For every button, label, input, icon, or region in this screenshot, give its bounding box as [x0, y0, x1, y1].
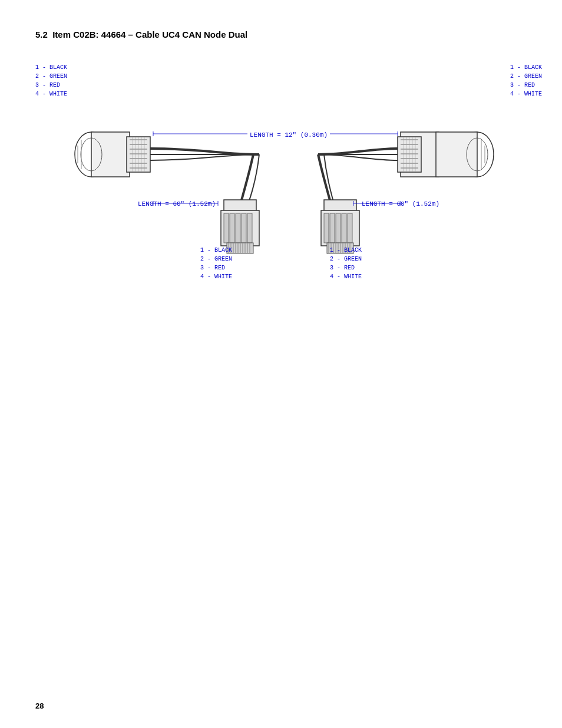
- length-top-label: LENGTH = 12" (0.30m): [250, 131, 328, 139]
- label-bottom-left: 1 - BLACK 2 - GREEN 3 - RED 4 - WHITE: [200, 246, 232, 281]
- svg-rect-59: [336, 213, 340, 243]
- svg-rect-58: [330, 213, 335, 243]
- svg-rect-43: [247, 213, 252, 243]
- section-title: 5.2 Item C02B: 44664 – Cable UC4 CAN Nod…: [35, 29, 527, 39]
- label-bottom-right: 1 - BLACK 2 - GREEN 3 - RED 4 - WHITE: [330, 246, 362, 281]
- length-bl-label: LENGTH = 60" (1.52m): [138, 200, 216, 207]
- label-top-right: 1 - BLACK 2 - GREEN 3 - RED 4 - WHITE: [510, 63, 542, 98]
- cable-diagram: LENGTH = 12" (0.30m) LENGTH = 60" (1.52m…: [35, 51, 542, 299]
- label-top-left: 1 - BLACK 2 - GREEN 3 - RED 4 - WHITE: [35, 63, 67, 98]
- svg-rect-61: [348, 213, 352, 243]
- page-number: 28: [35, 701, 44, 710]
- svg-rect-40: [230, 213, 234, 243]
- svg-rect-41: [236, 213, 240, 243]
- diagram-svg: LENGTH = 12" (0.30m) LENGTH = 60" (1.52m…: [35, 51, 542, 299]
- svg-rect-60: [342, 213, 346, 243]
- svg-rect-39: [224, 213, 229, 243]
- svg-rect-42: [242, 213, 246, 243]
- svg-rect-1: [91, 132, 130, 177]
- svg-rect-57: [324, 213, 329, 243]
- svg-rect-20: [436, 132, 477, 177]
